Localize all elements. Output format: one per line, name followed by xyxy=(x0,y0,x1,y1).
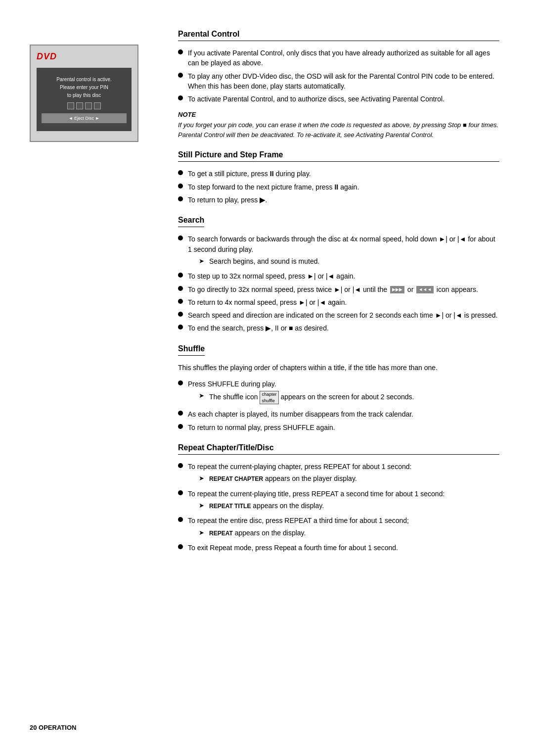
item-text: To step up to 32x normal speed, press ►|… xyxy=(188,271,499,281)
item-text: To search forwards or backwards through … xyxy=(188,234,499,268)
bullet-icon xyxy=(178,544,183,549)
item-text: To get a still picture, press II during … xyxy=(188,169,499,179)
item-text: Press SHUFFLE during play. ➤ The shuffle… xyxy=(188,379,499,406)
dvd-pin-box-1 xyxy=(67,102,74,109)
repeat-title-label: REPEAT TITLE xyxy=(209,503,251,510)
sub-list: ➤ The shuffle icon chaptershuffle appear… xyxy=(188,391,499,404)
item-text: To return to 4x normal speed, press ►| o… xyxy=(188,297,499,307)
sub-item-text: REPEAT TITLE appears on the display. xyxy=(209,501,324,511)
item-text: To activate Parental Control, and to aut… xyxy=(188,94,499,104)
list-item: To return to 4x normal speed, press ►| o… xyxy=(178,297,499,307)
list-item: To repeat the current-playing title, pre… xyxy=(178,489,499,513)
repeat-heading: Repeat Chapter/Title/Disc xyxy=(178,443,499,455)
item-text: To repeat the current-playing title, pre… xyxy=(188,489,499,513)
item-text: As each chapter is played, its number di… xyxy=(188,409,499,419)
list-item: To activate Parental Control, and to aut… xyxy=(178,94,499,104)
bullet-icon xyxy=(178,463,183,468)
dvd-pin-box-3 xyxy=(85,102,92,109)
sub-list: ➤ REPEAT TITLE appears on the display. xyxy=(188,501,499,511)
list-item: To search forwards or backwards through … xyxy=(178,234,499,268)
left-column: DVD Parental control is active. Please e… xyxy=(30,30,168,726)
arrow-icon: ➤ xyxy=(199,528,204,538)
bullet-icon xyxy=(178,517,183,522)
list-item: Search speed and direction are indicated… xyxy=(178,310,499,320)
bullet-icon xyxy=(178,273,183,278)
list-item: To get a still picture, press II during … xyxy=(178,169,499,179)
arrow-icon: ➤ xyxy=(199,501,204,511)
repeat-list: To repeat the current-playing chapter, p… xyxy=(178,462,499,553)
page-footer: 20 OPERATION xyxy=(30,724,76,731)
list-item: To play any other DVD-Video disc, the OS… xyxy=(178,71,499,92)
still-picture-list: To get a still picture, press II during … xyxy=(178,169,499,205)
repeat-chapter-label: REPEAT CHAPTER xyxy=(209,475,263,482)
parental-control-list: If you activate Parental Control, only d… xyxy=(178,48,499,104)
shuffle-icon-badge: chaptershuffle xyxy=(260,391,278,404)
list-item: To go directly to 32x normal speed, pres… xyxy=(178,284,499,294)
list-item: To repeat the current-playing chapter, p… xyxy=(178,462,499,486)
still-picture-section: Still Picture and Step Frame To get a st… xyxy=(178,150,499,205)
sub-list-item: ➤ Search begins, and sound is muted. xyxy=(188,256,499,266)
sub-list: ➤ Search begins, and sound is muted. xyxy=(188,256,499,266)
list-item: To step forward to the next picture fram… xyxy=(178,182,499,192)
bullet-icon xyxy=(178,184,183,189)
dvd-pin-box-4 xyxy=(94,102,101,109)
bullet-icon xyxy=(178,380,183,385)
bullet-icon xyxy=(178,299,183,304)
bullet-icon xyxy=(178,411,183,416)
bullet-icon xyxy=(178,196,183,201)
shuffle-section: Shuffle This shuffles the playing order … xyxy=(178,344,499,432)
list-item: As each chapter is played, its number di… xyxy=(178,409,499,419)
item-text: If you activate Parental Control, only d… xyxy=(188,48,499,68)
sub-item-text: Search begins, and sound is muted. xyxy=(209,256,319,266)
dvd-pin-boxes xyxy=(42,102,127,109)
bullet-icon xyxy=(178,424,183,429)
item-text: To exit Repeat mode, press Repeat a four… xyxy=(188,543,499,553)
fast-forward-icon: ▶▶▶ xyxy=(390,286,404,293)
search-section: Search To search forwards or backwards t… xyxy=(178,216,499,333)
parental-control-section: Parental Control If you activate Parenta… xyxy=(178,30,499,140)
item-text: To end the search, press ▶, II or ■ as d… xyxy=(188,323,499,333)
bullet-icon xyxy=(178,170,183,175)
sub-list-item: ➤ REPEAT CHAPTER appears on the player d… xyxy=(188,473,499,483)
list-item: To return to normal play, press SHUFFLE … xyxy=(178,423,499,432)
item-text: To repeat the current-playing chapter, p… xyxy=(188,462,499,486)
note-block: NOTE If you forget your pin code, you ca… xyxy=(178,111,499,140)
dvd-logo: DVD xyxy=(37,51,132,62)
page-container: DVD Parental control is active. Please e… xyxy=(0,0,534,756)
bullet-icon xyxy=(178,325,183,330)
sub-list-item: ➤ The shuffle icon chaptershuffle appear… xyxy=(188,391,499,404)
bullet-icon xyxy=(178,95,183,100)
right-column: Parental Control If you activate Parenta… xyxy=(168,30,499,726)
sub-list: ➤ REPEAT CHAPTER appears on the player d… xyxy=(188,473,499,483)
sub-item-text: REPEAT CHAPTER appears on the player dis… xyxy=(209,473,357,483)
parental-control-heading: Parental Control xyxy=(178,30,499,41)
item-text: To play any other DVD-Video disc, the OS… xyxy=(188,71,499,92)
sub-list: ➤ REPEAT appears on the display. xyxy=(188,528,499,538)
note-text: If you forget your pin code, you can era… xyxy=(178,120,499,140)
dvd-pin-box-2 xyxy=(76,102,83,109)
dvd-screen: DVD Parental control is active. Please e… xyxy=(30,45,138,142)
shuffle-intro: This shuffles the playing order of chapt… xyxy=(178,363,499,373)
arrow-icon: ➤ xyxy=(199,474,204,483)
still-picture-heading: Still Picture and Step Frame xyxy=(178,150,499,162)
shuffle-list: Press SHUFFLE during play. ➤ The shuffle… xyxy=(178,379,499,432)
dvd-line3: to play this disc xyxy=(42,92,127,99)
list-item: To end the search, press ▶, II or ■ as d… xyxy=(178,323,499,333)
item-text: To step forward to the next picture fram… xyxy=(188,182,499,192)
bullet-icon xyxy=(178,73,183,78)
dvd-line1: Parental control is active. xyxy=(42,76,127,84)
fast-reverse-icon: ◄◄◄ xyxy=(416,286,434,293)
bullet-icon xyxy=(178,49,183,54)
sub-list-item: ➤ REPEAT TITLE appears on the display. xyxy=(188,501,499,511)
repeat-label: REPEAT xyxy=(209,530,233,537)
list-item: To step up to 32x normal speed, press ►|… xyxy=(178,271,499,281)
sub-list-item: ➤ REPEAT appears on the display. xyxy=(188,528,499,538)
list-item: To repeat the entire disc, press REPEAT … xyxy=(178,516,499,540)
list-item: Press SHUFFLE during play. ➤ The shuffle… xyxy=(178,379,499,406)
shuffle-heading: Shuffle xyxy=(178,344,205,356)
list-item: To exit Repeat mode, press Repeat a four… xyxy=(178,543,499,553)
dvd-screen-inner: Parental control is active. Please enter… xyxy=(37,68,132,131)
bullet-icon xyxy=(178,286,183,291)
bullet-icon xyxy=(178,312,183,317)
sub-item-text: The shuffle icon chaptershuffle appears … xyxy=(209,391,414,404)
